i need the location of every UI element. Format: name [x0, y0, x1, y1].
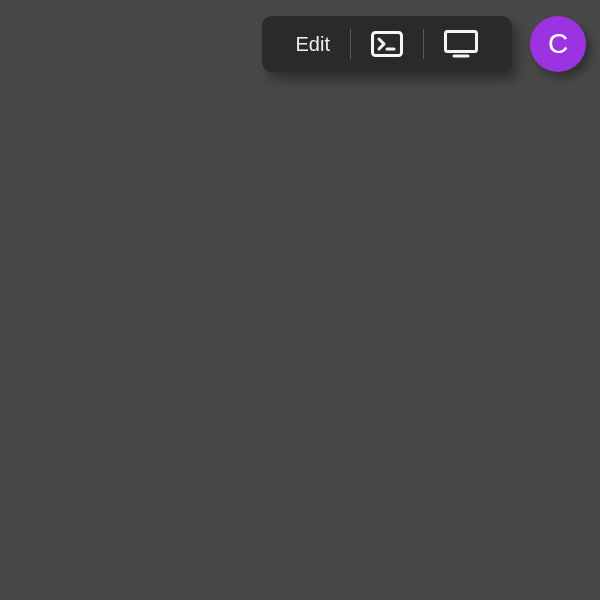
terminal-button[interactable]	[351, 16, 423, 72]
edit-label: Edit	[296, 33, 330, 56]
terminal-icon	[371, 31, 403, 57]
display-button[interactable]	[424, 16, 498, 72]
edit-button[interactable]: Edit	[276, 16, 350, 72]
svg-rect-2	[446, 32, 477, 52]
avatar-initial: C	[548, 28, 568, 60]
user-avatar[interactable]: C	[530, 16, 586, 72]
svg-rect-0	[373, 33, 402, 56]
display-icon	[444, 30, 478, 58]
action-toolbar: Edit	[262, 16, 512, 72]
top-bar: Edit C	[0, 0, 600, 72]
